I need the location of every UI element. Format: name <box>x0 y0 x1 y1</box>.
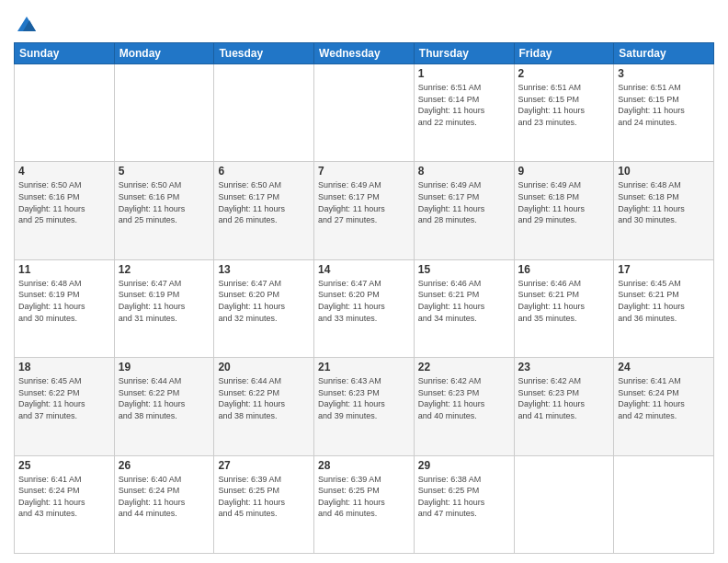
day-cell: 26Sunrise: 6:40 AM Sunset: 6:24 PM Dayli… <box>114 455 214 553</box>
day-info: Sunrise: 6:46 AM Sunset: 6:21 PM Dayligh… <box>418 278 510 324</box>
day-cell: 24Sunrise: 6:41 AM Sunset: 6:24 PM Dayli… <box>614 358 714 455</box>
day-cell <box>514 455 614 553</box>
day-info: Sunrise: 6:46 AM Sunset: 6:21 PM Dayligh… <box>518 278 610 324</box>
logo <box>14 13 38 35</box>
calendar-table: SundayMondayTuesdayWednesdayThursdayFrid… <box>14 42 714 554</box>
weekday-header-sunday: Sunday <box>15 43 115 64</box>
day-info: Sunrise: 6:49 AM Sunset: 6:18 PM Dayligh… <box>518 179 610 225</box>
day-info: Sunrise: 6:41 AM Sunset: 6:24 PM Dayligh… <box>618 375 710 421</box>
day-number: 1 <box>418 67 510 80</box>
day-number: 13 <box>218 263 310 276</box>
weekday-header-tuesday: Tuesday <box>214 43 314 64</box>
weekday-header-friday: Friday <box>514 43 614 64</box>
day-info: Sunrise: 6:48 AM Sunset: 6:19 PM Dayligh… <box>18 278 110 324</box>
week-row-1: 1Sunrise: 6:51 AM Sunset: 6:14 PM Daylig… <box>15 64 714 162</box>
day-number: 25 <box>18 459 110 472</box>
day-cell <box>614 455 714 553</box>
day-number: 6 <box>218 165 310 178</box>
day-number: 14 <box>318 263 410 276</box>
day-cell <box>15 64 115 162</box>
day-number: 19 <box>119 361 210 373</box>
day-cell: 6Sunrise: 6:50 AM Sunset: 6:17 PM Daylig… <box>214 162 314 259</box>
day-cell: 14Sunrise: 6:47 AM Sunset: 6:20 PM Dayli… <box>314 259 415 357</box>
day-info: Sunrise: 6:40 AM Sunset: 6:24 PM Dayligh… <box>119 474 210 520</box>
day-number: 24 <box>618 361 710 373</box>
day-number: 3 <box>618 67 710 80</box>
day-info: Sunrise: 6:51 AM Sunset: 6:15 PM Dayligh… <box>618 82 710 128</box>
day-cell: 2Sunrise: 6:51 AM Sunset: 6:15 PM Daylig… <box>514 64 614 162</box>
day-cell: 3Sunrise: 6:51 AM Sunset: 6:15 PM Daylig… <box>614 64 714 162</box>
day-cell: 18Sunrise: 6:45 AM Sunset: 6:22 PM Dayli… <box>15 358 115 455</box>
day-info: Sunrise: 6:38 AM Sunset: 6:25 PM Dayligh… <box>418 474 510 520</box>
day-number: 9 <box>518 165 610 178</box>
day-cell <box>214 64 314 162</box>
day-cell: 21Sunrise: 6:43 AM Sunset: 6:23 PM Dayli… <box>314 358 415 455</box>
day-number: 4 <box>18 165 110 178</box>
day-cell: 8Sunrise: 6:49 AM Sunset: 6:17 PM Daylig… <box>414 162 514 259</box>
day-number: 21 <box>318 361 410 373</box>
day-cell: 1Sunrise: 6:51 AM Sunset: 6:14 PM Daylig… <box>414 64 514 162</box>
weekday-header-saturday: Saturday <box>614 43 714 64</box>
day-info: Sunrise: 6:45 AM Sunset: 6:21 PM Dayligh… <box>618 278 710 324</box>
day-info: Sunrise: 6:44 AM Sunset: 6:22 PM Dayligh… <box>218 375 310 421</box>
day-cell: 13Sunrise: 6:47 AM Sunset: 6:20 PM Dayli… <box>214 259 314 357</box>
day-info: Sunrise: 6:44 AM Sunset: 6:22 PM Dayligh… <box>119 375 210 421</box>
weekday-header-thursday: Thursday <box>414 43 514 64</box>
day-info: Sunrise: 6:39 AM Sunset: 6:25 PM Dayligh… <box>318 474 410 520</box>
day-info: Sunrise: 6:50 AM Sunset: 6:16 PM Dayligh… <box>18 179 110 225</box>
day-number: 17 <box>618 263 710 276</box>
day-number: 29 <box>418 459 510 472</box>
day-info: Sunrise: 6:47 AM Sunset: 6:20 PM Dayligh… <box>218 278 310 324</box>
page: SundayMondayTuesdayWednesdayThursdayFrid… <box>0 0 728 563</box>
day-cell: 10Sunrise: 6:48 AM Sunset: 6:18 PM Dayli… <box>614 162 714 259</box>
weekday-header-row: SundayMondayTuesdayWednesdayThursdayFrid… <box>15 43 714 64</box>
day-number: 16 <box>518 263 610 276</box>
day-cell: 27Sunrise: 6:39 AM Sunset: 6:25 PM Dayli… <box>214 455 314 553</box>
week-row-3: 11Sunrise: 6:48 AM Sunset: 6:19 PM Dayli… <box>15 259 714 357</box>
day-cell: 9Sunrise: 6:49 AM Sunset: 6:18 PM Daylig… <box>514 162 614 259</box>
day-cell: 28Sunrise: 6:39 AM Sunset: 6:25 PM Dayli… <box>314 455 415 553</box>
day-cell: 4Sunrise: 6:50 AM Sunset: 6:16 PM Daylig… <box>15 162 115 259</box>
day-number: 8 <box>418 165 510 178</box>
day-cell: 11Sunrise: 6:48 AM Sunset: 6:19 PM Dayli… <box>15 259 115 357</box>
day-number: 15 <box>418 263 510 276</box>
day-number: 10 <box>618 165 710 178</box>
day-number: 5 <box>119 165 210 178</box>
day-cell: 7Sunrise: 6:49 AM Sunset: 6:17 PM Daylig… <box>314 162 415 259</box>
week-row-5: 25Sunrise: 6:41 AM Sunset: 6:24 PM Dayli… <box>15 455 714 553</box>
day-number: 23 <box>518 361 610 373</box>
day-info: Sunrise: 6:48 AM Sunset: 6:18 PM Dayligh… <box>618 179 710 225</box>
logo-icon <box>16 13 38 35</box>
day-cell: 29Sunrise: 6:38 AM Sunset: 6:25 PM Dayli… <box>414 455 514 553</box>
day-cell <box>114 64 214 162</box>
weekday-header-wednesday: Wednesday <box>314 43 415 64</box>
day-info: Sunrise: 6:49 AM Sunset: 6:17 PM Dayligh… <box>418 179 510 225</box>
day-info: Sunrise: 6:41 AM Sunset: 6:24 PM Dayligh… <box>18 474 110 520</box>
day-info: Sunrise: 6:42 AM Sunset: 6:23 PM Dayligh… <box>518 375 610 421</box>
day-info: Sunrise: 6:51 AM Sunset: 6:15 PM Dayligh… <box>518 82 610 128</box>
header <box>14 9 714 35</box>
day-info: Sunrise: 6:50 AM Sunset: 6:17 PM Dayligh… <box>218 179 310 225</box>
day-info: Sunrise: 6:42 AM Sunset: 6:23 PM Dayligh… <box>418 375 510 421</box>
day-cell: 25Sunrise: 6:41 AM Sunset: 6:24 PM Dayli… <box>15 455 115 553</box>
day-cell: 22Sunrise: 6:42 AM Sunset: 6:23 PM Dayli… <box>414 358 514 455</box>
day-info: Sunrise: 6:49 AM Sunset: 6:17 PM Dayligh… <box>318 179 410 225</box>
day-cell: 12Sunrise: 6:47 AM Sunset: 6:19 PM Dayli… <box>114 259 214 357</box>
day-number: 28 <box>318 459 410 472</box>
day-info: Sunrise: 6:47 AM Sunset: 6:20 PM Dayligh… <box>318 278 410 324</box>
day-number: 22 <box>418 361 510 373</box>
day-info: Sunrise: 6:47 AM Sunset: 6:19 PM Dayligh… <box>119 278 210 324</box>
week-row-2: 4Sunrise: 6:50 AM Sunset: 6:16 PM Daylig… <box>15 162 714 259</box>
day-number: 2 <box>518 67 610 80</box>
day-cell: 5Sunrise: 6:50 AM Sunset: 6:16 PM Daylig… <box>114 162 214 259</box>
day-cell: 23Sunrise: 6:42 AM Sunset: 6:23 PM Dayli… <box>514 358 614 455</box>
day-cell: 20Sunrise: 6:44 AM Sunset: 6:22 PM Dayli… <box>214 358 314 455</box>
day-number: 26 <box>119 459 210 472</box>
day-number: 18 <box>18 361 110 373</box>
day-cell <box>314 64 415 162</box>
day-cell: 16Sunrise: 6:46 AM Sunset: 6:21 PM Dayli… <box>514 259 614 357</box>
day-number: 27 <box>218 459 310 472</box>
day-info: Sunrise: 6:50 AM Sunset: 6:16 PM Dayligh… <box>119 179 210 225</box>
day-cell: 15Sunrise: 6:46 AM Sunset: 6:21 PM Dayli… <box>414 259 514 357</box>
day-cell: 17Sunrise: 6:45 AM Sunset: 6:21 PM Dayli… <box>614 259 714 357</box>
